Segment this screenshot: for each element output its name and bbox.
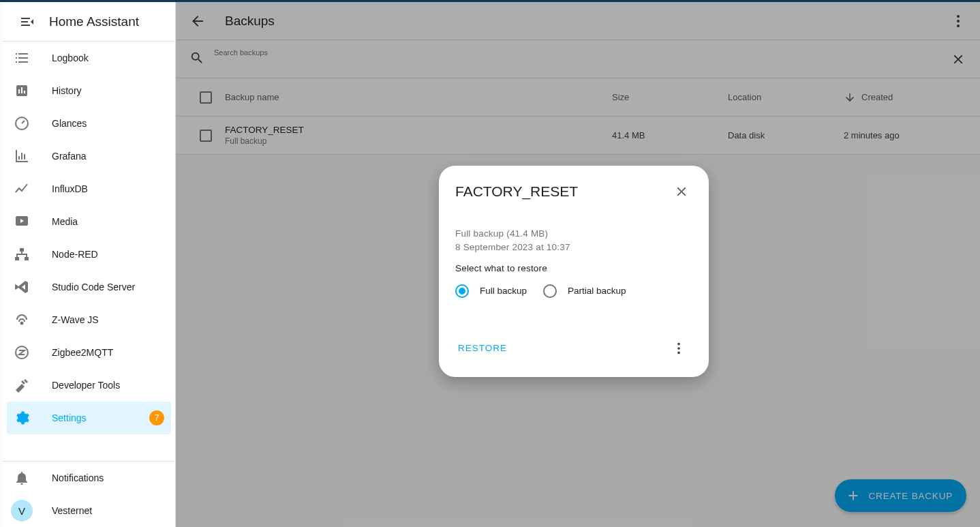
sidebar-toggle-button[interactable] [14, 8, 41, 35]
sidebar-item-label: Settings [52, 412, 87, 423]
sidebar-item-notifications[interactable]: Notifications [3, 462, 175, 494]
sidebar-item-grafana[interactable]: Grafana [3, 140, 175, 172]
play-box-icon [14, 213, 30, 230]
sidebar-item-media[interactable]: Media [3, 205, 175, 238]
radio-label: Partial backup [568, 286, 626, 296]
sidebar-scroll: Logbook History Glances Grafana InfluxDB… [3, 42, 175, 461]
close-icon [674, 184, 689, 199]
window-top-accent [0, 0, 980, 2]
sidebar-item-history[interactable]: History [3, 74, 175, 107]
grafana-icon [14, 148, 30, 164]
main-content: Backups Search backups Backup name Size … [176, 2, 980, 527]
svg-rect-6 [20, 248, 24, 252]
sidebar-item-glances[interactable]: Glances [3, 107, 175, 140]
svg-point-15 [677, 347, 680, 350]
dots-vertical-icon [671, 341, 686, 356]
dialog-meta-date: 8 September 2023 at 10:37 [455, 241, 692, 254]
app-title: Home Assistant [49, 14, 139, 29]
sidebar-item-label: History [52, 85, 82, 96]
dialog-select-prompt: Select what to restore [455, 263, 692, 273]
sidebar-item-label: Developer Tools [52, 380, 120, 391]
zwave-icon [14, 312, 30, 328]
dialog-meta-type: Full backup (41.4 MB) [455, 227, 692, 241]
dialog-header: FACTORY_RESET [455, 181, 692, 202]
radio-icon [543, 284, 557, 298]
menu-collapse-icon [19, 14, 35, 30]
restore-button[interactable]: RESTORE [455, 337, 510, 359]
svg-point-14 [677, 342, 680, 345]
gauge-icon [14, 115, 30, 132]
sidebar-item-label: Media [52, 216, 78, 227]
hammer-icon [14, 377, 30, 393]
svg-point-9 [21, 322, 23, 325]
svg-rect-8 [25, 257, 29, 260]
settings-badge: 7 [149, 410, 164, 425]
restore-type-radio-group: Full backup Partial backup [455, 284, 692, 298]
dialog-close-button[interactable] [671, 181, 692, 202]
chart-bar-icon [14, 82, 30, 99]
sidebar-item-settings[interactable]: Settings 7 [7, 402, 171, 434]
radio-icon [455, 284, 469, 298]
sidebar-item-user[interactable]: V Vesternet [3, 494, 175, 527]
sidebar-item-zigbee2mqtt[interactable]: Zigbee2MQTT [3, 336, 175, 369]
cog-icon [14, 410, 30, 426]
sidebar: Home Assistant Logbook History Glances G… [3, 2, 176, 527]
sidebar-item-developer-tools[interactable]: Developer Tools [3, 369, 175, 402]
sitemap-icon [14, 246, 30, 262]
dialog-title: FACTORY_RESET [455, 183, 578, 200]
sidebar-item-label: Z-Wave JS [52, 314, 99, 325]
sidebar-item-studio-code-server[interactable]: Studio Code Server [3, 271, 175, 303]
sidebar-bottom: Notifications V Vesternet [3, 461, 175, 527]
chart-line-icon [14, 181, 30, 197]
sidebar-item-label: Notifications [52, 472, 104, 483]
svg-rect-2 [21, 87, 22, 93]
user-avatar: V [11, 500, 33, 522]
dialog-actions: RESTORE [455, 335, 692, 362]
svg-rect-1 [18, 89, 20, 93]
sidebar-item-logbook[interactable]: Logbook [3, 42, 175, 74]
sidebar-item-zwave[interactable]: Z-Wave JS [3, 303, 175, 336]
sidebar-item-label: InfluxDB [52, 183, 88, 194]
sidebar-item-node-red[interactable]: Node-RED [3, 238, 175, 271]
sidebar-item-label: Node-RED [52, 249, 98, 260]
svg-rect-3 [24, 91, 25, 93]
list-icon [14, 50, 30, 66]
vscode-icon [14, 279, 30, 295]
sidebar-item-label: Grafana [52, 151, 87, 162]
user-name: Vesternet [52, 505, 92, 516]
sidebar-item-label: Zigbee2MQTT [52, 347, 113, 358]
bell-icon [14, 470, 30, 486]
svg-point-16 [677, 351, 680, 354]
zigbee-icon [14, 344, 30, 361]
dialog-meta: Full backup (41.4 MB) 8 September 2023 a… [455, 227, 692, 255]
radio-full-backup[interactable]: Full backup [455, 284, 527, 298]
sidebar-item-influxdb[interactable]: InfluxDB [3, 172, 175, 205]
sidebar-item-label: Logbook [52, 52, 89, 63]
sidebar-header: Home Assistant [3, 2, 175, 42]
dialog-overflow-menu-button[interactable] [665, 335, 692, 362]
sidebar-item-label: Glances [52, 118, 87, 129]
radio-label: Full backup [480, 286, 527, 296]
restore-dialog: FACTORY_RESET Full backup (41.4 MB) 8 Se… [439, 166, 709, 377]
sidebar-item-label: Studio Code Server [52, 282, 135, 292]
radio-partial-backup[interactable]: Partial backup [543, 284, 626, 298]
svg-rect-7 [15, 257, 19, 260]
